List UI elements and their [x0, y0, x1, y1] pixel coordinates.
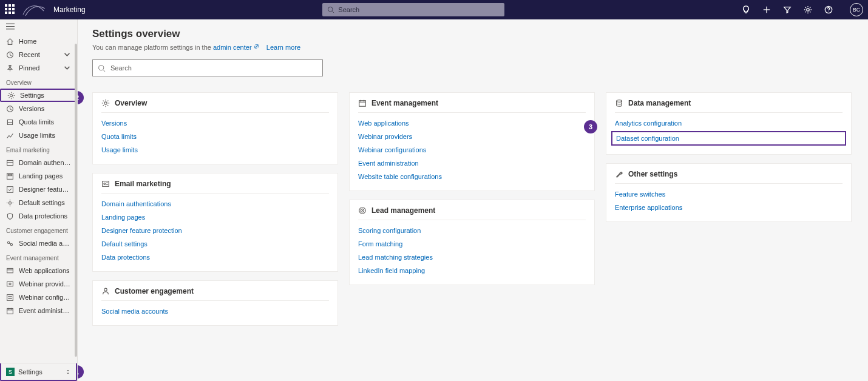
sidebar-item-label: Home — [19, 38, 36, 45]
sidebar-item-webinar-providers[interactable]: Webinar providers — [0, 277, 77, 291]
card-customer-engagement: Customer engagement Social media account… — [92, 280, 338, 326]
link-versions[interactable]: Versions — [101, 116, 329, 130]
link-web-applications[interactable]: Web applications — [358, 116, 586, 130]
settings-search[interactable]: Search — [92, 59, 323, 76]
link-default-settings[interactable]: Default settings — [101, 237, 329, 251]
sidebar-item-label: Pinned — [19, 64, 39, 72]
learn-more-link[interactable]: Learn more — [266, 44, 300, 51]
page-title: Settings overview — [92, 28, 856, 40]
sidebar-item-label: Web applications — [19, 267, 70, 274]
sidebar-group-event: Event management — [0, 250, 77, 264]
card-event-management: Event management Web applications Webina… — [349, 92, 595, 191]
card-data-management: Data management Analytics configuration … — [606, 92, 852, 155]
sidebar-item-dataprot[interactable]: Data protections — [0, 209, 77, 223]
sidebar-item-quota[interactable]: Quota limits — [0, 115, 77, 129]
link-website-table-config[interactable]: Website table configurations — [358, 170, 586, 183]
sidebar-item-label: Usage limits — [19, 132, 55, 139]
link-landing-pages[interactable]: Landing pages — [101, 211, 329, 224]
sidebar-item-settings[interactable]: Settings — [0, 89, 77, 102]
sidebar-item-home[interactable]: Home — [0, 35, 77, 48]
card-title: Other settings — [628, 170, 677, 178]
link-webinar-providers[interactable]: Webinar providers — [358, 130, 586, 143]
area-switcher[interactable]: S Settings — [0, 363, 77, 381]
global-search[interactable]: Search — [322, 3, 504, 16]
search-icon — [98, 64, 106, 72]
svg-point-23 — [9, 283, 11, 285]
svg-line-1 — [333, 11, 334, 13]
link-linkedin-mapping[interactable]: LinkedIn field mapping — [358, 264, 586, 277]
svg-point-4 — [807, 8, 809, 11]
sidebar-item-webinar-config[interactable]: Webinar configur... — [0, 291, 77, 304]
card-title: Lead management — [371, 206, 435, 215]
svg-rect-14 — [8, 174, 12, 175]
svg-point-31 — [104, 102, 107, 104]
admin-center-link[interactable]: admin center — [213, 44, 261, 51]
sidebar-item-default[interactable]: Default settings — [0, 196, 77, 209]
sidebar-item-social[interactable]: Social media acco... — [0, 237, 77, 250]
calendar-icon — [358, 99, 367, 107]
link-quota-limits[interactable]: Quota limits — [101, 130, 329, 143]
help-icon[interactable] — [824, 5, 833, 14]
link-data-protections[interactable]: Data protections — [101, 251, 329, 264]
person-icon — [101, 287, 110, 295]
updown-icon — [65, 369, 71, 375]
link-webinar-configurations[interactable]: Webinar configurations — [358, 143, 586, 157]
link-form-matching[interactable]: Form matching — [358, 237, 586, 251]
link-analytics-config[interactable]: Analytics configuration — [615, 116, 843, 130]
sidebar-item-webapp[interactable]: Web applications — [0, 264, 77, 277]
area-switcher-label: Settings — [18, 368, 42, 376]
svg-point-42 — [617, 100, 622, 103]
link-dataset-config[interactable]: Dataset configuration — [611, 131, 846, 146]
sidebar-item-versions[interactable]: Versions — [0, 102, 77, 115]
lightbulb-icon[interactable] — [742, 5, 750, 14]
link-usage-limits[interactable]: Usage limits — [101, 143, 329, 157]
card-title: Overview — [115, 99, 147, 107]
sidebar-item-label: Default settings — [19, 199, 65, 206]
gear-icon[interactable] — [804, 5, 812, 14]
link-scoring-config[interactable]: Scoring configuration — [358, 224, 586, 237]
sidebar: Home Recent Pinned Overview Settings — [0, 19, 78, 381]
hamburger-icon[interactable] — [0, 19, 77, 35]
sidebar-item-landing[interactable]: Landing pages — [0, 169, 77, 183]
annotation-badge-2: 2 — [78, 91, 84, 104]
card-other-settings: Other settings Feature switches Enterpri… — [606, 163, 852, 222]
sidebar-item-pinned[interactable]: Pinned — [0, 61, 77, 75]
link-event-administration[interactable]: Event administration — [358, 157, 586, 170]
svg-point-10 — [10, 94, 12, 96]
sidebar-group-email: Email marketing — [0, 142, 77, 156]
sidebar-item-event-admin[interactable]: Event administrati... — [0, 304, 77, 317]
link-feature-switches[interactable]: Feature switches — [615, 187, 843, 201]
chevron-down-icon — [63, 64, 71, 72]
svg-rect-35 — [359, 101, 366, 107]
sidebar-item-label: Settings — [20, 92, 44, 99]
svg-rect-15 — [7, 186, 13, 192]
card-title: Customer engagement — [115, 287, 194, 295]
svg-point-33 — [104, 183, 106, 185]
sidebar-item-usage[interactable]: Usage limits — [0, 129, 77, 142]
sidebar-item-label: Event administrati... — [19, 307, 71, 314]
user-avatar[interactable]: BC — [850, 3, 863, 16]
annotation-badge-3: 3 — [584, 120, 597, 133]
svg-point-16 — [8, 201, 11, 204]
sidebar-item-recent[interactable]: Recent — [0, 48, 77, 61]
svg-rect-25 — [7, 308, 13, 314]
link-social-accounts[interactable]: Social media accounts — [101, 305, 329, 318]
external-link-icon — [254, 44, 259, 49]
link-designer-protection[interactable]: Designer feature protection — [101, 224, 329, 237]
target-icon — [358, 206, 367, 215]
sidebar-item-designer[interactable]: Designer feature ... — [0, 183, 77, 196]
sidebar-item-domain[interactable]: Domain authentic... — [0, 156, 77, 169]
database-icon — [615, 99, 623, 107]
link-enterprise-apps[interactable]: Enterprise applications — [615, 201, 843, 214]
app-launcher-icon[interactable] — [5, 4, 16, 15]
link-lead-matching[interactable]: Lead matching strategies — [358, 251, 586, 264]
link-domain-auth[interactable]: Domain authentications — [101, 197, 329, 211]
sidebar-item-label: Webinar configur... — [19, 294, 71, 301]
card-title: Event management — [371, 99, 438, 107]
filter-icon[interactable] — [783, 5, 792, 14]
sidebar-group-overview: Overview — [0, 75, 77, 89]
sidebar-scrollbar[interactable] — [75, 44, 77, 357]
top-bar: Marketing Search BC — [0, 0, 868, 19]
sidebar-item-label: Webinar providers — [19, 280, 71, 288]
plus-icon[interactable] — [762, 5, 771, 14]
